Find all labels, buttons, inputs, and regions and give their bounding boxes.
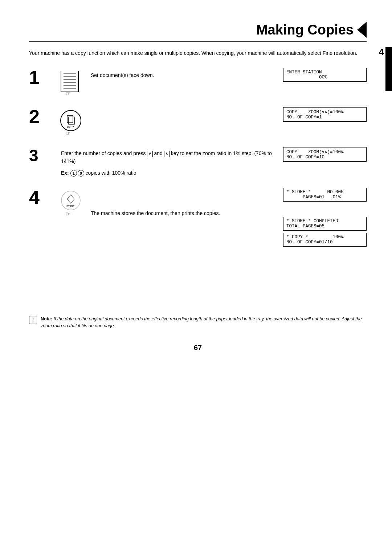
step-4-content: The machine stores the document, then pr… <box>87 188 283 217</box>
step-2-number: 2 <box>29 107 54 126</box>
step-4-display-3: * COPY * 100% NO. OF COPY=01/10 <box>283 233 367 247</box>
step-4-number: 4 <box>29 188 54 207</box>
note-body: If the data on the original document exc… <box>41 316 362 328</box>
step-1-displays: ENTER STATION 00% <box>283 68 367 82</box>
step-1-icon: ☞ <box>54 68 87 96</box>
step-4-icon: START ☞ <box>54 188 87 219</box>
step-3-display-1: COPY ZOOM(∨∧)=100% NO. OF COPY=10 <box>283 147 367 162</box>
step-3-displays: COPY ZOOM(∨∧)=100% NO. OF COPY=10 <box>283 147 367 162</box>
step-4-displays: * STORE * NO.005 PAGES=01 01% * STORE * … <box>283 188 367 247</box>
step-3-number: 3 <box>29 147 54 164</box>
title-underline <box>29 41 367 42</box>
svg-text:☞: ☞ <box>66 130 70 136</box>
step-4-display-2: * STORE * COMPLETED TOTAL PAGES=05 <box>283 217 367 231</box>
step-1-instruction: Set document(s) face down. <box>91 72 154 78</box>
svg-rect-11 <box>69 117 74 124</box>
key-up-icon: ∧ <box>164 151 170 157</box>
note-text: Note: If the data on the original docume… <box>41 316 367 329</box>
step-3-content: Enter the number of copies and press ∨ a… <box>54 147 283 177</box>
svg-rect-10 <box>67 116 73 123</box>
example-circles: 1 0 <box>70 170 84 177</box>
title-arrow-icon <box>357 22 367 38</box>
document-icon: ☞ <box>59 71 83 96</box>
example-label: Ex: <box>61 170 69 176</box>
step-2-displays: COPY ZOOM(∨∧)=100% NO. OF COPY=1 <box>283 107 367 122</box>
step-4-row: 4 START ☞ The machine stores the documen… <box>29 188 367 247</box>
step-2-row: 2 COPY ☞ COPY ZOOM(∨∧)=100% NO. OF COPY=… <box>29 107 367 136</box>
svg-text:START: START <box>66 205 75 207</box>
note-symbol-box: ! <box>29 316 37 324</box>
start-button-icon: START ☞ <box>59 190 83 219</box>
svg-text:COPY: COPY <box>67 126 74 128</box>
note-symbol: ! <box>32 317 34 323</box>
intro-text: Your machine has a copy function which c… <box>29 49 367 57</box>
step-1-row: 1 ☞ <box>29 68 367 96</box>
step-1-number: 1 <box>29 68 54 87</box>
step-1-display-1: ENTER STATION 00% <box>283 68 367 82</box>
page-title: Making Copies <box>256 22 354 38</box>
example-text: copies with 100% ratio <box>86 170 136 176</box>
page-number: 67 <box>29 344 367 352</box>
step-2-display-1: COPY ZOOM(∨∧)=100% NO. OF COPY=1 <box>283 107 367 122</box>
step-2-icon: COPY ☞ <box>54 107 87 136</box>
sidebar-chapter-number: 4 <box>379 46 384 58</box>
note-section: ! Note: If the data on the original docu… <box>29 316 367 329</box>
step-1-content: Set document(s) face down. <box>87 68 283 79</box>
and-text: and <box>154 150 164 156</box>
copy-button-icon: COPY ☞ <box>59 109 83 136</box>
key-down-icon: ∨ <box>147 151 152 157</box>
circle-1: 1 <box>70 170 77 177</box>
sidebar-bar <box>385 47 392 91</box>
steps-container: 1 ☞ <box>29 68 367 250</box>
note-label: Note: <box>41 316 52 321</box>
title-section: Making Copies <box>29 22 367 38</box>
step-3-row: 3 Enter the number of copies and press ∨… <box>29 147 367 177</box>
step-4-instruction: The machine stores the document, then pr… <box>91 210 220 216</box>
svg-marker-15 <box>67 195 74 203</box>
svg-rect-0 <box>61 71 78 92</box>
step-2-content <box>87 107 283 111</box>
circle-0: 0 <box>78 170 84 177</box>
svg-text:☞: ☞ <box>66 90 71 96</box>
step-4-display-1: * STORE * NO.005 PAGES=01 01% <box>283 188 367 202</box>
svg-text:☞: ☞ <box>66 211 70 217</box>
